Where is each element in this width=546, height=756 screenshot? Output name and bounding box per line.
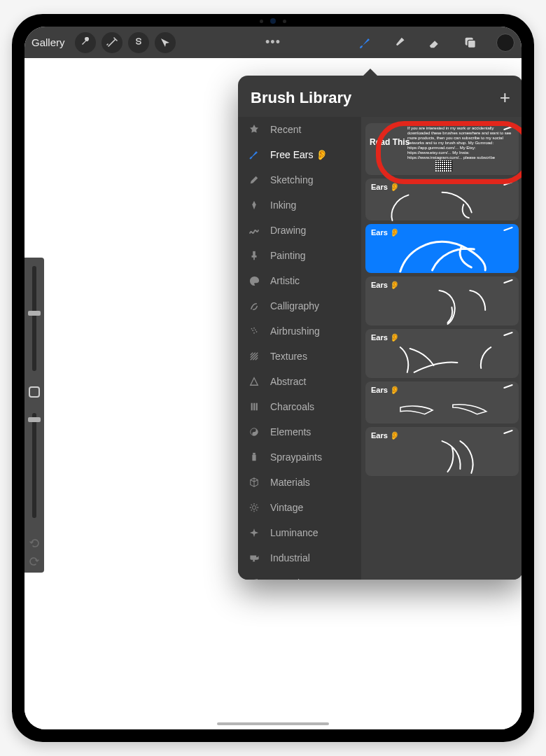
- category-label: Airbrushing: [270, 326, 320, 337]
- eraser-tool-icon[interactable]: [426, 34, 444, 52]
- category-list: RecentFree Ears 👂SketchingInkingDrawingP…: [238, 117, 361, 580]
- sparkle-icon: [248, 526, 260, 539]
- category-item-anvil[interactable]: Industrial: [238, 545, 361, 570]
- cube-icon: [248, 476, 260, 489]
- category-item-yinyang[interactable]: Elements: [238, 419, 361, 444]
- move-arrow-icon[interactable]: [155, 32, 176, 53]
- svg-rect-11: [256, 403, 258, 411]
- svg-rect-10: [253, 403, 255, 411]
- more-ellipsis-icon[interactable]: •••: [265, 35, 281, 50]
- spray-icon: [248, 325, 260, 337]
- screen: Gallery •••: [24, 27, 522, 729]
- star-icon: [248, 123, 260, 136]
- category-label: Calligraphy: [270, 300, 319, 312]
- paintbrush-icon: [248, 249, 260, 262]
- brush-size-slider[interactable]: [32, 266, 36, 371]
- brush-tool-icon[interactable]: [356, 34, 374, 52]
- category-label: Artistic: [270, 275, 300, 286]
- camera-bar: [260, 18, 286, 24]
- brush-icon: [248, 148, 260, 161]
- brush-preview: [365, 234, 519, 274]
- category-label: Spraypaints: [270, 451, 322, 463]
- gallery-button[interactable]: Gallery: [31, 36, 65, 48]
- category-label: Industrial: [270, 552, 310, 564]
- category-label: Recent: [270, 124, 301, 135]
- nib-icon: [248, 199, 260, 211]
- category-label: Organic: [270, 578, 304, 580]
- calli-icon: [248, 300, 260, 312]
- category-label: Materials: [270, 477, 310, 488]
- category-item-can[interactable]: Spraypaints: [238, 444, 361, 470]
- brush-opacity-slider[interactable]: [32, 413, 36, 518]
- svg-rect-9: [251, 403, 253, 411]
- brush-item-ear2[interactable]: Ears 👂: [365, 224, 519, 273]
- category-item-calli[interactable]: Calligraphy: [238, 293, 361, 318]
- category-label: Painting: [270, 250, 306, 261]
- brush-item-read[interactable]: Read ThisIf you are interested in my wor…: [365, 123, 519, 175]
- category-label: Luminance: [270, 527, 318, 538]
- hatch-icon: [248, 350, 260, 363]
- yinyang-icon: [248, 426, 260, 438]
- squiggle-icon: [248, 224, 260, 237]
- top-toolbar: Gallery •••: [24, 27, 522, 58]
- category-item-squiggle[interactable]: Drawing: [238, 218, 361, 243]
- brush-item-ear5[interactable]: Ears 👂: [365, 382, 519, 424]
- category-item-leaf[interactable]: Organic: [238, 570, 361, 580]
- svg-rect-14: [253, 453, 255, 455]
- layers-icon[interactable]: [461, 34, 479, 52]
- brush-preview: [365, 339, 519, 379]
- svg-point-3: [251, 328, 253, 330]
- side-slider-panel: [24, 258, 44, 573]
- category-label: Vintage: [270, 502, 303, 513]
- smudge-tool-icon[interactable]: [391, 34, 410, 52]
- brush-item-ear4[interactable]: Ears 👂: [365, 329, 519, 378]
- brush-preview: [365, 286, 519, 327]
- svg-point-8: [253, 332, 255, 334]
- brush-library-popover: Brush Library + RecentFree Ears 👂Sketchi…: [238, 76, 522, 580]
- popover-title: Brush Library: [251, 89, 351, 107]
- category-item-triangle[interactable]: Abstract: [238, 369, 361, 394]
- category-item-palette[interactable]: Artistic: [238, 268, 361, 293]
- category-item-paintbrush[interactable]: Painting: [238, 243, 361, 268]
- category-item-sparkle[interactable]: Luminance: [238, 520, 361, 545]
- category-label: Drawing: [270, 225, 306, 236]
- selection-s-icon[interactable]: [128, 32, 149, 53]
- category-item-spray[interactable]: Airbrushing: [238, 318, 361, 344]
- svg-rect-1: [468, 40, 475, 48]
- modify-button[interactable]: [29, 386, 40, 398]
- brush-preview: [365, 437, 519, 477]
- triangle-icon: [248, 375, 260, 388]
- add-brush-button[interactable]: +: [500, 87, 510, 108]
- category-item-star[interactable]: Recent: [238, 117, 361, 142]
- category-item-bars[interactable]: Charcoals: [238, 394, 361, 419]
- category-label: Free Ears 👂: [270, 149, 328, 160]
- category-item-nib[interactable]: Inking: [238, 192, 361, 218]
- brush-item-ear1[interactable]: Ears 👂: [365, 178, 519, 220]
- leaf-icon: [248, 577, 260, 580]
- pencil-icon: [248, 174, 260, 186]
- svg-point-15: [252, 505, 255, 509]
- svg-point-5: [252, 330, 253, 331]
- brush-preview: [365, 391, 519, 425]
- settings-wrench-icon[interactable]: [75, 32, 96, 53]
- bars-icon: [248, 400, 260, 413]
- brush-item-ear3[interactable]: Ears 👂: [365, 276, 519, 326]
- svg-point-4: [253, 328, 255, 329]
- read-this-info: If you are interested in my work or acci…: [407, 126, 514, 160]
- category-item-cube[interactable]: Materials: [238, 470, 361, 495]
- redo-icon[interactable]: [29, 556, 40, 567]
- anvil-icon: [248, 552, 260, 564]
- category-item-hatch[interactable]: Textures: [238, 344, 361, 369]
- color-swatch[interactable]: [496, 34, 514, 52]
- adjustments-wand-icon[interactable]: [102, 32, 122, 53]
- brush-list: Read ThisIf you are interested in my wor…: [361, 117, 522, 580]
- brush-item-ear6[interactable]: Ears 👂: [365, 427, 519, 476]
- category-item-gear[interactable]: Vintage: [238, 495, 361, 520]
- undo-icon[interactable]: [29, 538, 40, 549]
- home-indicator: [217, 722, 329, 725]
- category-item-brush[interactable]: Free Ears 👂: [238, 142, 361, 167]
- category-label: Inking: [270, 200, 296, 211]
- category-label: Elements: [270, 426, 311, 438]
- category-item-pencil[interactable]: Sketching: [238, 167, 361, 192]
- svg-point-7: [256, 331, 258, 332]
